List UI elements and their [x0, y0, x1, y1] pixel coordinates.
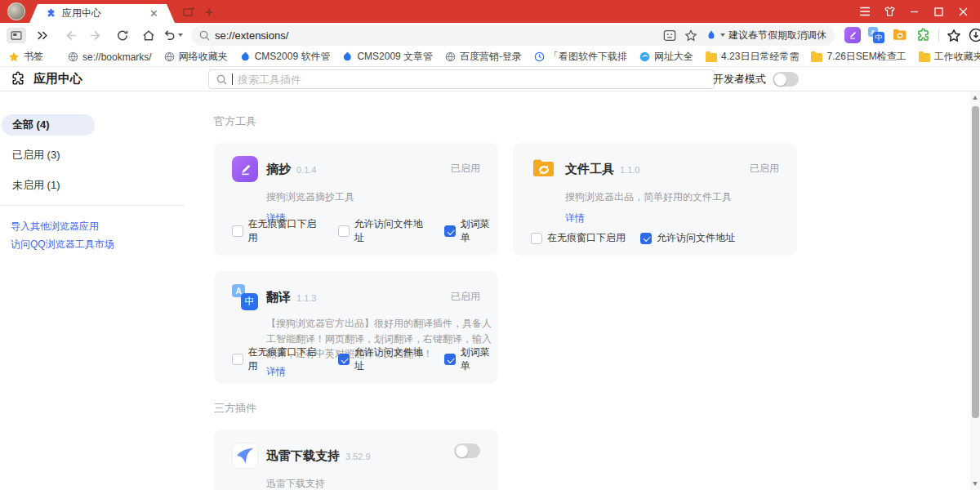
text-caret: [232, 74, 233, 85]
recently-closed-button[interactable]: [163, 25, 183, 45]
cms-site-icon: [240, 51, 251, 62]
option-incognito[interactable]: 在无痕窗口下启用: [531, 231, 626, 245]
translate-front-glyph: 中: [873, 32, 884, 43]
extension-name: 翻译: [266, 290, 291, 305]
bookmark-item[interactable]: 工作收藏夹: [919, 50, 980, 64]
option-label: 允许访问文件地址: [354, 345, 430, 373]
globe-icon: [445, 51, 456, 62]
checkbox-checked-icon[interactable]: [444, 354, 456, 365]
bookmark-item[interactable]: 网址大全: [639, 50, 693, 64]
checkbox-unchecked-icon[interactable]: [232, 354, 243, 365]
clock-icon: [534, 51, 545, 62]
home-button[interactable]: [139, 25, 158, 45]
sidebar-divider: [0, 205, 185, 206]
extension-translate-icon[interactable]: A 中: [868, 27, 884, 43]
scrollbar-up-icon[interactable]: [973, 96, 978, 100]
page-scrollbar[interactable]: [970, 91, 980, 490]
maximize-button[interactable]: [926, 0, 951, 23]
bookmark-item[interactable]: 百度营销-登录: [445, 50, 522, 64]
url-text[interactable]: se://extensions/: [215, 29, 663, 42]
refresh-button[interactable]: [113, 25, 132, 45]
checkbox-checked-icon[interactable]: [640, 233, 652, 244]
status-badge: 已启用: [451, 290, 480, 304]
user-avatar[interactable]: [7, 2, 25, 20]
bookmarks-label[interactable]: 书签: [8, 50, 43, 64]
extensions-page: 应用中心 开发者模式 全部 (4) 已启用 (3) 未启用 (1) 导入其他浏览…: [0, 67, 980, 490]
minimize-button[interactable]: [902, 0, 926, 23]
close-window-button[interactable]: [951, 0, 975, 23]
tab-title: 应用中心: [62, 7, 146, 20]
page-header: 应用中心 开发者模式: [0, 67, 980, 91]
extension-enable-toggle[interactable]: [454, 443, 480, 458]
filter-disabled[interactable]: 未启用 (1): [2, 175, 95, 196]
theme-skin-icon[interactable]: [877, 0, 902, 23]
toolbar-expand-icon[interactable]: [33, 25, 52, 45]
hot-search-text[interactable]: 建议春节假期取消调休: [728, 29, 826, 42]
option-incognito[interactable]: 在无痕窗口下启用: [232, 217, 323, 245]
filter-all[interactable]: 全部 (4): [2, 114, 95, 136]
favorites-star-icon[interactable]: [947, 29, 961, 42]
extension-name: 文件工具: [565, 162, 614, 177]
detail-link[interactable]: 详情: [565, 212, 585, 225]
globe-icon: [68, 51, 78, 62]
checkbox-unchecked-icon[interactable]: [232, 225, 243, 237]
app-center-puzzle-icon[interactable]: [915, 28, 931, 43]
bookmark-item[interactable]: 「看图软件下载排: [534, 50, 627, 64]
new-tab-button[interactable]: +: [205, 5, 213, 19]
bookmark-item[interactable]: CMS2009 软件管: [240, 50, 331, 64]
option-file-access[interactable]: 允许访问文件地址: [338, 345, 430, 373]
option-file-access[interactable]: 允许访问文件地址: [640, 231, 735, 245]
file-tool-extension-icon: [531, 156, 557, 182]
status-badge: 已启用: [750, 162, 779, 176]
section-title-official: 官方工具: [214, 114, 980, 129]
search-input[interactable]: [238, 74, 706, 86]
extension-card-translate: A 中 翻译 1.1.3 已启用 【搜狗浏览器官方出品】很好用的翻译插件，具备人…: [214, 271, 498, 384]
checkbox-checked-icon[interactable]: [338, 354, 350, 365]
menu-icon[interactable]: [853, 0, 877, 23]
option-file-access[interactable]: 允许访问文件地址: [338, 217, 430, 245]
extension-file-tool-icon[interactable]: [892, 27, 908, 43]
extension-version: 1.1.0: [620, 165, 639, 175]
checkbox-checked-icon[interactable]: [444, 225, 456, 237]
bookmark-item[interactable]: 4.23日日常经常需: [706, 50, 799, 64]
bookmark-item[interactable]: 7.26日SEM检查工: [811, 50, 906, 64]
folder-icon: [919, 53, 930, 62]
filter-enabled[interactable]: 已启用 (3): [2, 145, 95, 166]
translate-extension-icon: A 中: [232, 284, 258, 310]
tab-tools-icon[interactable]: [183, 7, 195, 17]
address-bar[interactable]: se://extensions/ 建议春节假期取消调休: [191, 25, 835, 46]
scrollbar-thumb[interactable]: [972, 106, 979, 418]
bookmark-item[interactable]: 网络收藏夹: [164, 50, 228, 64]
url-search-icon: [199, 30, 210, 41]
bookmark-star-icon: [8, 51, 20, 62]
downloads-icon[interactable]: [969, 28, 980, 42]
toggle-knob: [774, 74, 786, 86]
option-word-menu[interactable]: 划词菜单: [444, 217, 498, 245]
option-label: 在无痕窗口下启用: [248, 345, 324, 373]
reader-mode-icon[interactable]: [663, 29, 676, 42]
option-word-menu[interactable]: 划词菜单: [444, 345, 498, 373]
bookmark-item[interactable]: CMS2009 文章管: [342, 50, 433, 64]
tab-app-center[interactable]: 应用中心 ✕: [29, 4, 175, 23]
search-box[interactable]: [208, 69, 715, 89]
filter-sidebar: 全部 (4) 已启用 (3) 未启用 (1) 导入其他浏览器应用 访问QQ浏览器…: [0, 91, 196, 490]
extension-description: 搜狗浏览器摘抄工具: [266, 189, 493, 205]
dev-mode-toggle[interactable]: [773, 72, 799, 87]
import-apps-link[interactable]: 导入其他浏览器应用: [0, 217, 196, 235]
dev-mode-label: 开发者模式: [713, 72, 766, 87]
tab-close-icon[interactable]: ✕: [149, 8, 158, 19]
checkbox-unchecked-icon[interactable]: [531, 233, 542, 244]
forward-button: [87, 25, 106, 45]
compact-window-button[interactable]: [7, 28, 26, 43]
collect-star-icon[interactable]: [684, 29, 697, 42]
bookmark-item[interactable]: se://bookmarks/: [68, 51, 152, 63]
qq-market-link[interactable]: 访问QQ浏览器工具市场: [0, 235, 196, 253]
checkbox-unchecked-icon[interactable]: [338, 225, 350, 237]
scrollbar-down-icon[interactable]: [973, 482, 978, 486]
extension-note-icon[interactable]: [844, 27, 861, 43]
translate-front-glyph: 中: [241, 293, 258, 310]
extensions-main: 官方工具 摘抄 0.1.4 已启用: [196, 91, 980, 490]
hot-search-widget[interactable]: 建议春节假期取消调休: [706, 29, 826, 42]
option-incognito[interactable]: 在无痕窗口下启用: [232, 345, 323, 373]
extension-version: 0.1.4: [296, 165, 316, 175]
